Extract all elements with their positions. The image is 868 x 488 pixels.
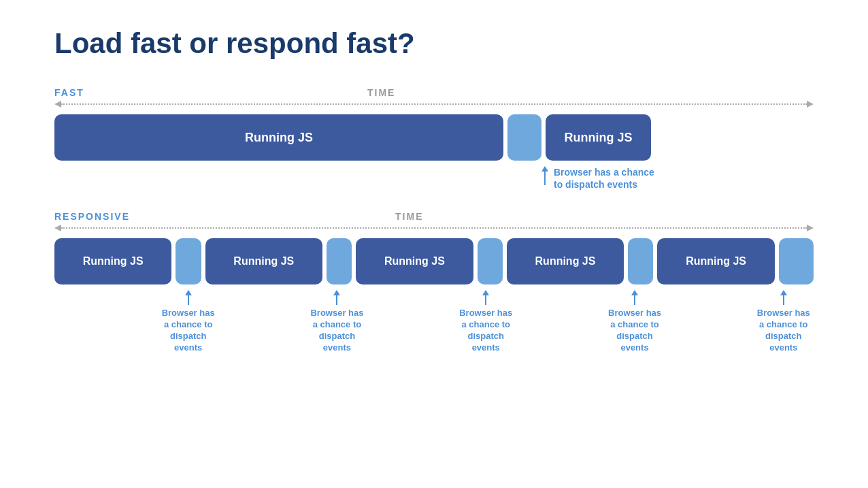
responsive-blocks-row: Running JS Running JS Running JS Running…	[54, 238, 814, 284]
resp-ann-arrow-1	[185, 290, 192, 305]
fast-header-row: FAST TIME	[54, 87, 814, 98]
resp-ann-arrowhead-3	[482, 290, 489, 295]
resp-ann-arrow-5	[780, 290, 787, 305]
fast-arrow-head	[807, 101, 814, 108]
resp-ann-text-4: Browser has a chance to dispatch events	[605, 308, 665, 354]
resp-ann-arrow-3	[482, 290, 489, 305]
resp-running-js-2: Running JS	[205, 238, 322, 284]
responsive-label: RESPONSIVE	[54, 211, 130, 222]
resp-ann-line-4	[634, 295, 635, 305]
responsive-section: RESPONSIVE TIME Running JS Running JS Ru…	[54, 211, 814, 354]
resp-ann-line-5	[783, 295, 784, 305]
fast-annotation-line	[544, 172, 546, 185]
responsive-arrow-line	[61, 227, 807, 229]
fast-label: FAST	[54, 87, 122, 98]
resp-running-js-4: Running JS	[507, 238, 624, 284]
responsive-arrow-head	[807, 225, 814, 231]
resp-running-js-1: Running JS	[54, 238, 171, 284]
resp-gap-1	[176, 238, 201, 284]
resp-gap-3	[478, 238, 503, 284]
resp-ann-text-3: Browser has a chance to dispatch events	[456, 308, 516, 354]
resp-annotation-5: Browser has a chance to dispatch events	[754, 290, 814, 354]
fast-blocks-row: Running JS Running JS	[54, 114, 814, 161]
resp-ann-text-2: Browser has a chance to dispatch events	[307, 308, 367, 354]
resp-ann-text-1: Browser has a chance to dispatch events	[158, 308, 218, 354]
fast-running-js-block-2: Running JS	[546, 114, 651, 161]
resp-running-js-3: Running JS	[356, 238, 473, 284]
resp-ann-line-2	[336, 295, 337, 305]
responsive-header-row: RESPONSIVE TIME	[54, 211, 814, 222]
fast-annotation-text: Browser has a chance to dispatch events	[554, 166, 656, 191]
resp-ann-arrowhead-2	[333, 290, 340, 295]
resp-annotation-4: Browser has a chance to dispatch events	[605, 290, 665, 354]
resp-ann-line-1	[188, 295, 189, 305]
resp-ann-arrowhead-1	[185, 290, 192, 295]
fast-annotation-arrowhead	[541, 166, 548, 172]
resp-ann-arrow-2	[333, 290, 340, 305]
fast-time-label: TIME	[367, 87, 395, 98]
resp-gap-4	[628, 238, 653, 284]
fast-arrow-line	[61, 103, 807, 105]
responsive-timeline-arrow	[54, 225, 814, 231]
fast-annotation: Browser has a chance to dispatch events	[541, 166, 814, 191]
fast-arrow-tail	[54, 101, 61, 108]
resp-gap-5	[779, 238, 814, 284]
resp-annotation-3: Browser has a chance to dispatch events	[456, 290, 516, 354]
resp-annotation-1: Browser has a chance to dispatch events	[158, 290, 218, 354]
resp-running-js-5: Running JS	[657, 238, 774, 284]
fast-gap-block	[507, 114, 541, 161]
resp-ann-arrowhead-5	[780, 290, 787, 295]
page-title: Load fast or respond fast?	[54, 27, 814, 60]
resp-ann-text-5: Browser has a chance to dispatch events	[754, 308, 814, 354]
resp-ann-arrow-4	[631, 290, 638, 305]
fast-section: FAST TIME Running JS Running JS Browser …	[54, 87, 814, 191]
resp-gap-2	[327, 238, 352, 284]
resp-annotation-2: Browser has a chance to dispatch events	[307, 290, 367, 354]
fast-running-js-block-1: Running JS	[54, 114, 503, 161]
responsive-arrow-tail	[54, 225, 61, 231]
responsive-annotations-row: Browser has a chance to dispatch events …	[54, 290, 814, 354]
responsive-time-label: TIME	[395, 211, 423, 222]
fast-annotation-arrow	[541, 166, 548, 185]
fast-timeline-arrow	[54, 101, 814, 108]
resp-ann-line-3	[485, 295, 486, 305]
resp-ann-arrowhead-4	[631, 290, 638, 295]
